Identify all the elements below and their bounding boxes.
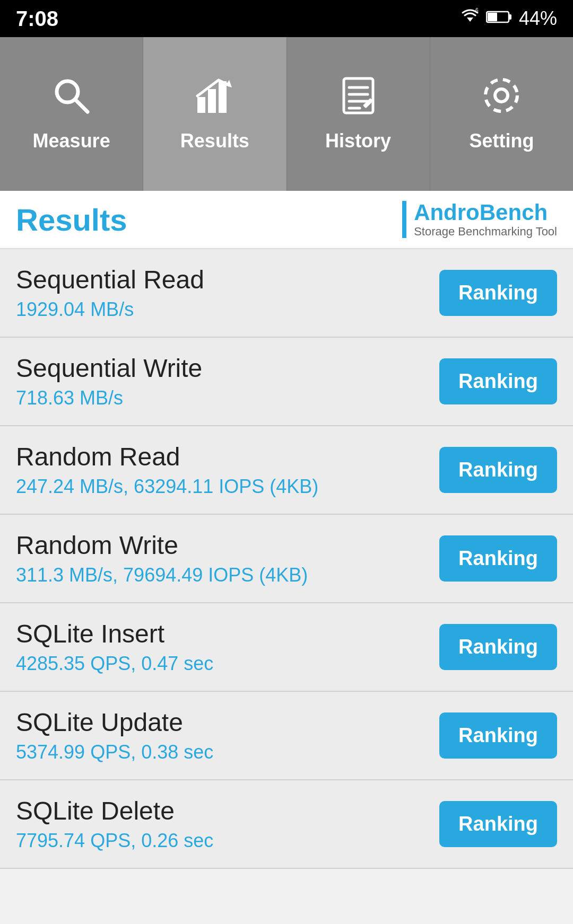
result-info: Sequential Write 718.63 MB/s (16, 354, 202, 409)
ranking-button[interactable]: Ranking (439, 535, 557, 582)
tab-measure-label: Measure (33, 130, 110, 152)
ranking-button[interactable]: Ranking (439, 358, 557, 404)
tab-setting-label: Setting (469, 130, 534, 152)
result-info: Sequential Read 1929.04 MB/s (16, 265, 204, 321)
battery-icon (486, 8, 513, 29)
ranking-button[interactable]: Ranking (439, 801, 557, 847)
search-icon (51, 76, 91, 121)
result-name: SQLite Insert (16, 619, 213, 648)
table-row: Sequential Write 718.63 MB/s Ranking (0, 338, 573, 426)
result-value: 4285.35 QPS, 0.47 sec (16, 653, 213, 675)
ranking-button[interactable]: Ranking (439, 624, 557, 670)
brand-bar (402, 201, 406, 238)
result-name: Sequential Read (16, 265, 204, 294)
ranking-button[interactable]: Ranking (439, 270, 557, 316)
result-info: Random Write 311.3 MB/s, 79694.49 IOPS (… (16, 531, 308, 586)
svg-point-18 (485, 80, 517, 111)
status-time: 7:08 (16, 7, 58, 31)
brand-name-part1: Andro (414, 200, 480, 225)
brand-name: AndroBench (414, 200, 548, 225)
svg-rect-7 (197, 97, 205, 113)
brand-logo: AndroBench Storage Benchmarking Tool (402, 200, 557, 239)
table-row: SQLite Update 5374.99 QPS, 0.38 sec Rank… (0, 692, 573, 780)
results-header: Results AndroBench Storage Benchmarking … (0, 191, 573, 249)
tab-results[interactable]: Results (143, 37, 286, 191)
result-info: SQLite Update 5374.99 QPS, 0.38 sec (16, 708, 213, 763)
svg-text:6: 6 (475, 7, 479, 13)
svg-point-17 (495, 89, 508, 102)
result-info: SQLite Delete 7795.74 QPS, 0.26 sec (16, 796, 213, 852)
result-info: Random Read 247.24 MB/s, 63294.11 IOPS (… (16, 442, 318, 498)
results-page-title: Results (16, 202, 127, 237)
svg-rect-9 (219, 81, 227, 113)
tab-history-label: History (325, 130, 391, 152)
table-row: SQLite Delete 7795.74 QPS, 0.26 sec Rank… (0, 780, 573, 869)
brand-text: AndroBench Storage Benchmarking Tool (414, 200, 557, 239)
table-row: Random Read 247.24 MB/s, 63294.11 IOPS (… (0, 426, 573, 515)
brand-name-part2: Bench (480, 200, 548, 225)
svg-line-6 (75, 100, 88, 112)
chart-icon (195, 76, 235, 121)
settings-icon (482, 76, 522, 121)
table-row: SQLite Insert 4285.35 QPS, 0.47 sec Rank… (0, 603, 573, 692)
result-value: 247.24 MB/s, 63294.11 IOPS (4KB) (16, 476, 318, 498)
wifi-icon: 6 (461, 7, 480, 30)
table-row: Sequential Read 1929.04 MB/s Ranking (0, 249, 573, 338)
result-name: Random Read (16, 442, 318, 471)
svg-marker-0 (467, 17, 473, 22)
svg-rect-4 (488, 13, 497, 21)
table-row: Random Write 311.3 MB/s, 79694.49 IOPS (… (0, 515, 573, 603)
tab-history[interactable]: History (287, 37, 430, 191)
result-value: 718.63 MB/s (16, 387, 202, 409)
result-info: SQLite Insert 4285.35 QPS, 0.47 sec (16, 619, 213, 675)
brand-subtitle: Storage Benchmarking Tool (414, 225, 557, 239)
result-name: SQLite Delete (16, 796, 213, 825)
svg-rect-8 (208, 89, 216, 113)
ranking-button[interactable]: Ranking (439, 447, 557, 493)
battery-percentage: 44% (519, 7, 557, 30)
nav-tabs: Measure Results (0, 37, 573, 191)
tab-measure[interactable]: Measure (0, 37, 143, 191)
ranking-button[interactable]: Ranking (439, 712, 557, 759)
tab-results-label: Results (180, 130, 249, 152)
result-value: 311.3 MB/s, 79694.49 IOPS (4KB) (16, 564, 308, 586)
tab-setting[interactable]: Setting (430, 37, 573, 191)
status-bar: 7:08 6 44% (0, 0, 573, 37)
result-name: SQLite Update (16, 708, 213, 737)
result-value: 5374.99 QPS, 0.38 sec (16, 741, 213, 763)
results-list: Sequential Read 1929.04 MB/s Ranking Seq… (0, 249, 573, 869)
result-name: Random Write (16, 531, 308, 560)
svg-rect-3 (509, 14, 511, 20)
result-value: 7795.74 QPS, 0.26 sec (16, 830, 213, 852)
result-value: 1929.04 MB/s (16, 298, 204, 321)
history-icon (338, 76, 378, 121)
result-name: Sequential Write (16, 354, 202, 383)
status-icons: 6 44% (461, 7, 557, 30)
